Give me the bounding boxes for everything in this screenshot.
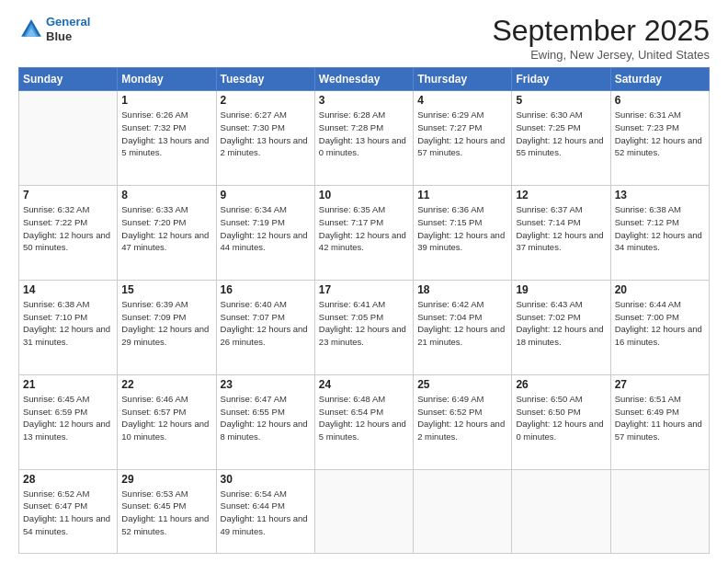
day-of-week-header: Thursday <box>414 68 512 91</box>
day-of-week-header: Friday <box>512 68 610 91</box>
calendar-cell: 26Sunrise: 6:50 AMSunset: 6:50 PMDayligh… <box>512 374 610 469</box>
day-info: Sunrise: 6:31 AMSunset: 7:23 PMDaylight:… <box>615 109 705 159</box>
calendar-cell: 22Sunrise: 6:46 AMSunset: 6:57 PMDayligh… <box>118 374 216 469</box>
day-info: Sunrise: 6:38 AMSunset: 7:10 PMDaylight:… <box>23 298 113 349</box>
day-number: 13 <box>615 189 705 201</box>
day-number: 14 <box>23 283 113 296</box>
day-number: 18 <box>417 283 507 296</box>
calendar-cell: 14Sunrise: 6:38 AMSunset: 7:10 PMDayligh… <box>19 280 118 374</box>
calendar-cell: 1Sunrise: 6:26 AMSunset: 7:32 PMDaylight… <box>118 91 216 186</box>
calendar-cell: 16Sunrise: 6:40 AMSunset: 7:07 PMDayligh… <box>216 280 314 374</box>
calendar-cell: 27Sunrise: 6:51 AMSunset: 6:49 PMDayligh… <box>610 374 709 469</box>
day-info: Sunrise: 6:33 AMSunset: 7:20 PMDaylight:… <box>121 203 211 254</box>
calendar-cell: 9Sunrise: 6:34 AMSunset: 7:19 PMDaylight… <box>216 186 314 281</box>
month-title: September 2025 <box>492 15 710 47</box>
calendar-week-row: 14Sunrise: 6:38 AMSunset: 7:10 PMDayligh… <box>19 280 710 374</box>
day-info: Sunrise: 6:46 AMSunset: 6:57 PMDaylight:… <box>121 393 211 443</box>
day-number: 4 <box>417 94 507 107</box>
day-number: 10 <box>319 189 409 201</box>
calendar-cell: 11Sunrise: 6:36 AMSunset: 7:15 PMDayligh… <box>414 186 512 281</box>
day-of-week-header: Monday <box>118 68 216 91</box>
calendar-cell: 25Sunrise: 6:49 AMSunset: 6:52 PMDayligh… <box>414 374 512 469</box>
day-number: 9 <box>221 189 311 201</box>
calendar-cell: 7Sunrise: 6:32 AMSunset: 7:22 PMDaylight… <box>19 186 118 281</box>
day-number: 16 <box>221 283 311 296</box>
day-number: 29 <box>121 473 211 486</box>
calendar: SundayMondayTuesdayWednesdayThursdayFrid… <box>18 67 710 554</box>
day-info: Sunrise: 6:48 AMSunset: 6:54 PMDaylight:… <box>319 393 409 443</box>
day-number: 27 <box>615 378 705 391</box>
day-number: 26 <box>516 378 606 391</box>
day-info: Sunrise: 6:44 AMSunset: 7:00 PMDaylight:… <box>615 298 705 349</box>
day-info: Sunrise: 6:37 AMSunset: 7:14 PMDaylight:… <box>516 203 606 254</box>
day-info: Sunrise: 6:32 AMSunset: 7:22 PMDaylight:… <box>23 203 113 254</box>
day-of-week-header: Saturday <box>610 68 709 91</box>
calendar-cell: 20Sunrise: 6:44 AMSunset: 7:00 PMDayligh… <box>610 280 709 374</box>
day-info: Sunrise: 6:30 AMSunset: 7:25 PMDaylight:… <box>516 109 606 159</box>
calendar-cell: 15Sunrise: 6:39 AMSunset: 7:09 PMDayligh… <box>118 280 216 374</box>
day-number: 22 <box>121 378 211 391</box>
day-number: 12 <box>516 189 606 201</box>
day-info: Sunrise: 6:54 AMSunset: 6:44 PMDaylight:… <box>221 488 311 538</box>
day-number: 6 <box>615 94 705 107</box>
calendar-cell: 28Sunrise: 6:52 AMSunset: 6:47 PMDayligh… <box>19 469 118 553</box>
day-number: 17 <box>319 283 409 296</box>
day-number: 2 <box>221 94 311 107</box>
day-of-week-header: Tuesday <box>216 68 314 91</box>
calendar-cell: 10Sunrise: 6:35 AMSunset: 7:17 PMDayligh… <box>314 186 413 281</box>
logo-icon <box>18 17 44 42</box>
day-info: Sunrise: 6:38 AMSunset: 7:12 PMDaylight:… <box>615 203 705 254</box>
day-number: 23 <box>221 378 311 391</box>
day-info: Sunrise: 6:40 AMSunset: 7:07 PMDaylight:… <box>221 298 311 349</box>
day-number: 24 <box>319 378 409 391</box>
day-number: 7 <box>23 189 113 201</box>
calendar-cell: 5Sunrise: 6:30 AMSunset: 7:25 PMDaylight… <box>512 91 610 186</box>
logo: General Blue <box>18 15 90 43</box>
calendar-cell: 3Sunrise: 6:28 AMSunset: 7:28 PMDaylight… <box>314 91 413 186</box>
calendar-week-row: 1Sunrise: 6:26 AMSunset: 7:32 PMDaylight… <box>19 91 710 186</box>
day-info: Sunrise: 6:45 AMSunset: 6:59 PMDaylight:… <box>23 393 113 443</box>
day-info: Sunrise: 6:29 AMSunset: 7:27 PMDaylight:… <box>417 109 507 159</box>
calendar-cell: 23Sunrise: 6:47 AMSunset: 6:55 PMDayligh… <box>216 374 314 469</box>
calendar-cell: 18Sunrise: 6:42 AMSunset: 7:04 PMDayligh… <box>414 280 512 374</box>
calendar-cell: 24Sunrise: 6:48 AMSunset: 6:54 PMDayligh… <box>314 374 413 469</box>
calendar-cell: 12Sunrise: 6:37 AMSunset: 7:14 PMDayligh… <box>512 186 610 281</box>
calendar-cell: 4Sunrise: 6:29 AMSunset: 7:27 PMDaylight… <box>414 91 512 186</box>
day-info: Sunrise: 6:26 AMSunset: 7:32 PMDaylight:… <box>121 109 211 159</box>
day-info: Sunrise: 6:49 AMSunset: 6:52 PMDaylight:… <box>417 393 507 443</box>
day-info: Sunrise: 6:47 AMSunset: 6:55 PMDaylight:… <box>221 393 311 443</box>
day-of-week-header: Wednesday <box>314 68 413 91</box>
day-info: Sunrise: 6:43 AMSunset: 7:02 PMDaylight:… <box>516 298 606 349</box>
day-info: Sunrise: 6:42 AMSunset: 7:04 PMDaylight:… <box>417 298 507 349</box>
day-number: 30 <box>221 473 311 486</box>
title-section: September 2025 Ewing, New Jersey, United… <box>492 15 710 62</box>
calendar-cell <box>414 469 512 553</box>
calendar-cell: 29Sunrise: 6:53 AMSunset: 6:45 PMDayligh… <box>118 469 216 553</box>
day-info: Sunrise: 6:41 AMSunset: 7:05 PMDaylight:… <box>319 298 409 349</box>
day-info: Sunrise: 6:27 AMSunset: 7:30 PMDaylight:… <box>221 109 311 159</box>
logo-text: General Blue <box>46 15 90 43</box>
calendar-cell: 13Sunrise: 6:38 AMSunset: 7:12 PMDayligh… <box>610 186 709 281</box>
calendar-cell: 30Sunrise: 6:54 AMSunset: 6:44 PMDayligh… <box>216 469 314 553</box>
calendar-cell <box>19 91 118 186</box>
page: General Blue September 2025 Ewing, New J… <box>0 0 728 563</box>
day-info: Sunrise: 6:36 AMSunset: 7:15 PMDaylight:… <box>417 203 507 254</box>
day-number: 19 <box>516 283 606 296</box>
day-number: 20 <box>615 283 705 296</box>
calendar-cell: 19Sunrise: 6:43 AMSunset: 7:02 PMDayligh… <box>512 280 610 374</box>
calendar-week-row: 28Sunrise: 6:52 AMSunset: 6:47 PMDayligh… <box>19 469 710 553</box>
day-number: 25 <box>417 378 507 391</box>
calendar-cell <box>314 469 413 553</box>
day-number: 3 <box>319 94 409 107</box>
location: Ewing, New Jersey, United States <box>492 48 710 62</box>
header: General Blue September 2025 Ewing, New J… <box>18 15 710 62</box>
day-number: 5 <box>516 94 606 107</box>
calendar-header-row: SundayMondayTuesdayWednesdayThursdayFrid… <box>19 68 710 91</box>
day-info: Sunrise: 6:35 AMSunset: 7:17 PMDaylight:… <box>319 203 409 254</box>
calendar-cell <box>610 469 709 553</box>
calendar-cell <box>512 469 610 553</box>
day-of-week-header: Sunday <box>19 68 118 91</box>
day-info: Sunrise: 6:50 AMSunset: 6:50 PMDaylight:… <box>516 393 606 443</box>
day-number: 8 <box>121 189 211 201</box>
calendar-cell: 17Sunrise: 6:41 AMSunset: 7:05 PMDayligh… <box>314 280 413 374</box>
